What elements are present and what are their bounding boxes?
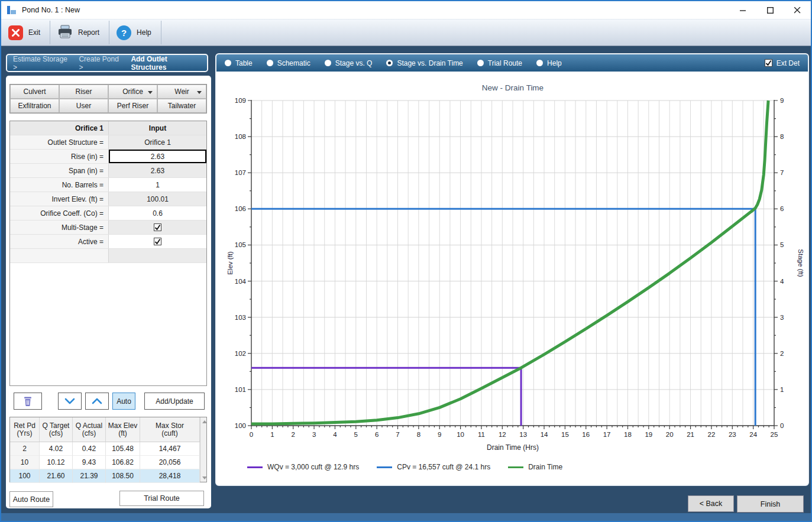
breadcrumb-item-add-outlet-structures[interactable]: Add Outlet Structures (131, 55, 201, 72)
svg-text:7: 7 (780, 169, 784, 176)
scroll-down-arrow[interactable] (200, 474, 208, 482)
outlet-type-button-tailwater[interactable]: Tailwater (157, 99, 206, 113)
breadcrumb-item-create-pond[interactable]: Create Pond > (79, 55, 122, 72)
move-up-button[interactable] (85, 393, 109, 410)
help-button[interactable]: ? Help (109, 20, 161, 46)
svg-text:16: 16 (582, 431, 590, 438)
outlet-type-button-exfiltration[interactable]: Exfiltration (10, 99, 59, 113)
drain-time-chart: 0123456789101112131415161718192021222324… (216, 72, 808, 456)
input-row-value (109, 249, 206, 262)
finish-label: Finish (761, 500, 780, 508)
outlet-type-label: Riser (75, 87, 92, 96)
outlet-type-button-culvert[interactable]: Culvert (10, 85, 59, 99)
view-header: TableSchematicStage vs. QStage vs. Drain… (216, 54, 808, 72)
input-row-label: Orifice Coeff. (Co) = (10, 206, 109, 220)
view-tab-stage-vs-drain-time[interactable]: Stage vs. Drain Time (386, 59, 462, 67)
back-button[interactable]: < Back (688, 495, 734, 512)
input-row-value[interactable]: 2.63 (109, 150, 206, 163)
close-button[interactable] (784, 1, 811, 19)
breadcrumb-item-estimate-storage[interactable]: Estimate Storage > (13, 55, 70, 72)
input-row-label: Outlet Structure = (10, 135, 109, 149)
checkbox-icon[interactable] (154, 223, 161, 231)
outlet-type-buttons: CulvertRiserOrificeWeirExfiltrationUserP… (9, 84, 207, 114)
move-down-button[interactable] (58, 393, 82, 410)
outlet-type-label: Orifice (122, 87, 143, 96)
results-header-q-actual: Q Actual(cfs) (73, 417, 106, 442)
input-row-span-in: Span (in) =2.63 (10, 164, 206, 178)
view-tab-stage-vs-q[interactable]: Stage vs. Q (325, 59, 373, 67)
auto-route-button[interactable]: Auto Route (9, 491, 53, 507)
input-row-value[interactable]: Orifice 1 (109, 135, 206, 149)
results-cell: 100 (10, 469, 40, 483)
svg-text:Elev (ft): Elev (ft) (227, 251, 234, 275)
svg-text:7: 7 (396, 431, 399, 438)
view-tab-trial-route[interactable]: Trial Route (477, 59, 522, 67)
results-row-10yr[interactable]: 1010.129.43106.8220,056 (10, 456, 200, 469)
title-bar: Pond No. 1 : New (1, 1, 811, 19)
input-row-value[interactable]: 1 (109, 178, 206, 192)
edit-actions-row: Auto Add/Update (6, 393, 211, 410)
view-tab-schematic[interactable]: Schematic (267, 59, 310, 67)
exit-icon (8, 25, 23, 40)
orifice-input-box: Orifice 1InputOutlet Structure =Orifice … (9, 121, 207, 386)
input-row-value[interactable] (109, 235, 206, 248)
svg-text:17: 17 (603, 431, 611, 438)
input-row-multi-stage: Multi-Stage = (10, 221, 206, 235)
results-cell: 2 (10, 442, 40, 456)
checkbox-icon[interactable] (154, 238, 161, 245)
input-row-value[interactable] (109, 221, 206, 234)
svg-text:21: 21 (687, 431, 694, 438)
view-tab-table[interactable]: Table (225, 59, 253, 67)
back-label: < Back (700, 500, 723, 508)
legend-item-cpv: CPv = 16,557 cuft @ 24.1 hrs (377, 463, 490, 471)
ext-det-checkbox[interactable]: Ext Det (765, 54, 800, 72)
outlet-type-button-riser[interactable]: Riser (59, 85, 108, 99)
outlet-type-label: Culvert (23, 87, 46, 96)
input-row-value[interactable]: 0.6 (109, 206, 206, 220)
view-panel: TableSchematicStage vs. QStage vs. Drain… (215, 53, 809, 486)
svg-text:0: 0 (780, 422, 784, 429)
minimize-button[interactable] (729, 1, 756, 19)
outlet-type-button-user[interactable]: User (59, 99, 108, 113)
svg-text:102: 102 (235, 350, 246, 357)
exit-button[interactable]: Exit (1, 20, 50, 46)
results-cell: 10 (10, 456, 40, 469)
input-table-header-input: Input (109, 121, 206, 135)
finish-button[interactable]: Finish (737, 495, 804, 513)
report-button[interactable]: Report (50, 20, 109, 46)
view-tab-label: Stage vs. Drain Time (397, 59, 462, 67)
results-scrollbar[interactable] (200, 417, 206, 482)
radio-icon (477, 60, 484, 66)
maximize-button[interactable] (756, 1, 784, 19)
ext-det-label: Ext Det (777, 59, 800, 67)
dropdown-arrow-icon[interactable] (148, 91, 153, 94)
results-row-2yr[interactable]: 24.020.42105.4814,467 (10, 442, 200, 456)
svg-text:3: 3 (312, 431, 316, 438)
svg-text:105: 105 (235, 241, 246, 248)
input-row-value[interactable]: 100.01 (109, 192, 206, 206)
delete-button[interactable] (14, 393, 42, 410)
dropdown-arrow-icon[interactable] (197, 91, 202, 94)
view-tab-help[interactable]: Help (536, 59, 562, 67)
svg-text:19: 19 (645, 431, 652, 438)
input-row-value[interactable]: 2.63 (109, 164, 206, 177)
outlet-type-button-orifice[interactable]: Orifice (108, 85, 157, 99)
svg-text:5: 5 (354, 431, 358, 438)
svg-text:12: 12 (499, 431, 506, 438)
printer-icon (57, 25, 73, 41)
add-update-button[interactable]: Add/Update (144, 393, 205, 410)
input-row-label: Rise (in) = (10, 150, 109, 163)
routing-results-table: Ret Pd(Yrs)Q Target(cfs)Q Actual(cfs)Max… (9, 417, 207, 482)
auto-button[interactable]: Auto (112, 393, 135, 410)
outlet-type-button-weir[interactable]: Weir (157, 85, 206, 99)
results-cell: 106.82 (106, 456, 140, 469)
results-row-100yr[interactable]: 10021.6021.39108.5028,418 (10, 469, 200, 483)
view-tab-label: Stage vs. Q (335, 59, 373, 67)
scroll-up-arrow[interactable] (200, 417, 208, 426)
trial-route-button[interactable]: Trial Route (119, 491, 204, 506)
toolbar-separator (161, 21, 161, 44)
results-cell: 10.12 (40, 456, 73, 469)
svg-text:1: 1 (780, 386, 784, 393)
svg-text:6: 6 (375, 431, 378, 438)
outlet-type-button-perf-riser[interactable]: Perf Riser (108, 99, 157, 113)
